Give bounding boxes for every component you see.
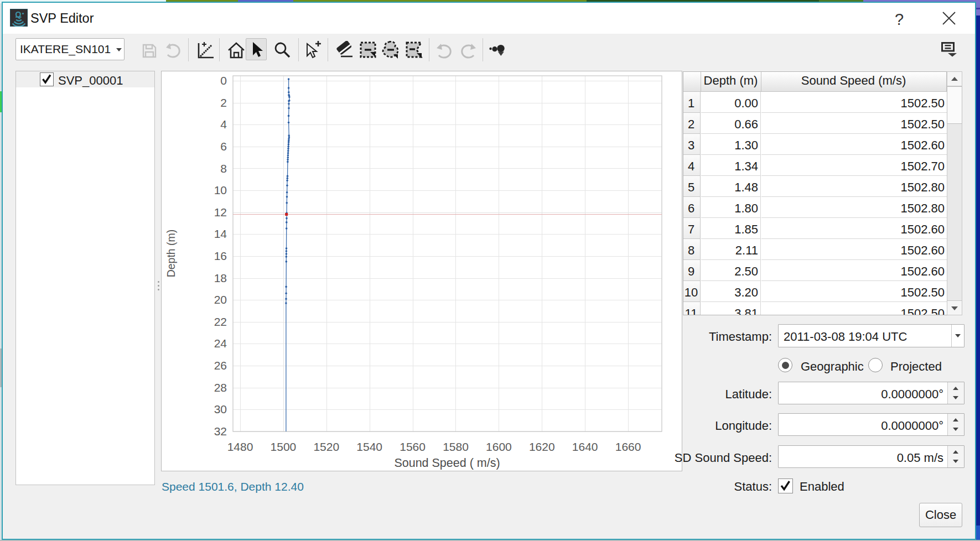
svg-text:1600: 1600 bbox=[486, 440, 512, 453]
svg-text:Depth (m): Depth (m) bbox=[165, 230, 177, 278]
svg-text:1660: 1660 bbox=[615, 440, 641, 453]
svg-text:Sound Speed ( m/s): Sound Speed ( m/s) bbox=[394, 456, 500, 470]
svg-text:0: 0 bbox=[220, 74, 227, 87]
svg-text:32: 32 bbox=[214, 425, 227, 438]
svg-text:2: 2 bbox=[220, 96, 227, 109]
svg-text:20: 20 bbox=[214, 293, 227, 306]
svg-text:4: 4 bbox=[220, 118, 227, 131]
svg-text:8: 8 bbox=[220, 162, 227, 175]
svg-text:1560: 1560 bbox=[400, 440, 426, 453]
svg-text:1520: 1520 bbox=[313, 440, 339, 453]
svg-text:18: 18 bbox=[214, 272, 227, 284]
svg-text:10: 10 bbox=[214, 184, 227, 196]
svg-text:16: 16 bbox=[214, 249, 227, 262]
svg-text:1640: 1640 bbox=[572, 440, 598, 453]
svg-text:12: 12 bbox=[214, 206, 227, 219]
svg-text:1480: 1480 bbox=[227, 440, 253, 453]
svg-text:1580: 1580 bbox=[443, 440, 469, 453]
svg-text:1620: 1620 bbox=[529, 440, 555, 453]
svg-text:1500: 1500 bbox=[271, 440, 297, 453]
svg-text:28: 28 bbox=[214, 381, 227, 394]
svg-text:22: 22 bbox=[214, 315, 227, 328]
svg-text:24: 24 bbox=[214, 337, 227, 350]
svg-text:1540: 1540 bbox=[356, 440, 382, 453]
svg-text:14: 14 bbox=[214, 227, 227, 240]
svg-text:26: 26 bbox=[214, 359, 227, 372]
svg-text:30: 30 bbox=[214, 403, 227, 415]
svg-text:6: 6 bbox=[220, 140, 227, 153]
